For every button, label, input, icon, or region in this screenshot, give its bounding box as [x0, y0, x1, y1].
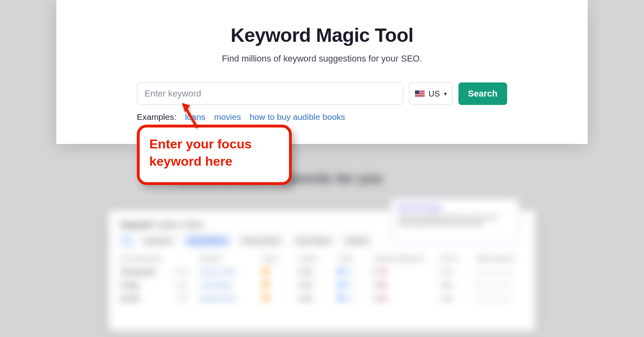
blur-results-panel: Get fresh data Semrush database shows yo…	[109, 210, 535, 331]
keyword-tool-card: Keyword Magic Tool Find millions of keyw…	[56, 0, 588, 144]
annotation-callout: Enter your focus keyword here	[137, 125, 292, 185]
search-button[interactable]: Search	[458, 82, 507, 105]
page-title: Keyword Magic Tool	[56, 24, 588, 46]
table-row: ⊕ logo1,223 t-shirt design 8,400 58 1.80…	[121, 282, 523, 288]
blur-sidebox: Get fresh data Semrush database shows yo…	[390, 198, 519, 242]
chevron-down-icon: ▾	[444, 90, 447, 97]
country-code: US	[429, 89, 440, 99]
blur-keyword-label: Keyword: custom t-shirts	[121, 221, 523, 229]
search-row: US ▾ Search	[137, 82, 507, 105]
example-link-audible[interactable]: how to buy audible books	[250, 112, 345, 121]
us-flag-icon	[415, 90, 425, 97]
blur-tabs: Questions Broad Match Phrase Match Exact…	[121, 235, 523, 247]
country-select[interactable]: US ▾	[409, 82, 453, 105]
example-link-movies[interactable]: movies	[214, 112, 241, 121]
annotation-text: Enter your focus keyword here	[149, 137, 252, 168]
page-tagline: Find millions of keyword suggestions for…	[56, 53, 588, 64]
blur-table-header: By search group Keyword Intent Volume Tr…	[121, 255, 523, 262]
table-row: ⊕ print987 printed t-shirts 6,600 54 1.4…	[121, 295, 523, 302]
svg-line-0	[185, 107, 197, 128]
examples-label: Examples:	[137, 112, 176, 121]
table-row: All keywords7,924 custom t-shirts 9,900 …	[121, 268, 523, 275]
keyword-input[interactable]	[137, 82, 403, 105]
blurred-background-preview: Or list of best keywords for you Get fre…	[0, 144, 644, 337]
annotation-arrow-icon	[181, 103, 201, 131]
